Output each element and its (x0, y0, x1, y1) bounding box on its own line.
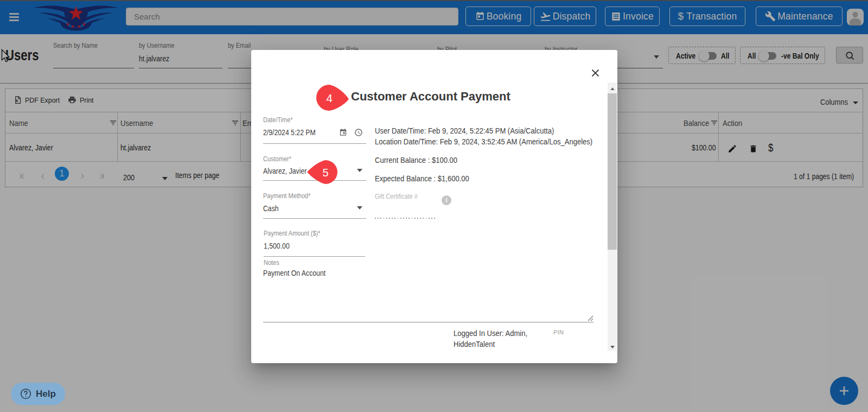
svg-text:5: 5 (322, 167, 328, 179)
svg-text:4: 4 (326, 92, 333, 104)
